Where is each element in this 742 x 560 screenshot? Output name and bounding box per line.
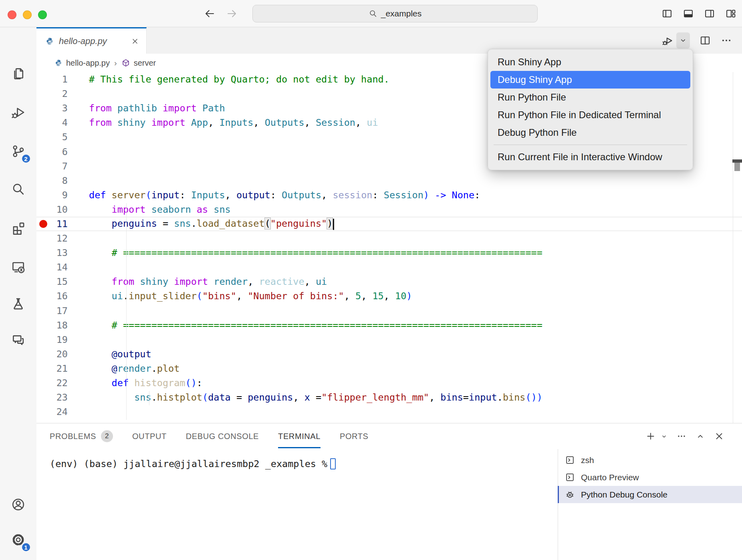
gutter[interactable]: 7	[36, 159, 89, 173]
badge: 1	[21, 542, 31, 552]
code-line[interactable]: 20 @output	[36, 347, 742, 361]
gutter[interactable]: 18	[36, 318, 89, 332]
minimize-window-button[interactable]	[23, 10, 32, 19]
gutter[interactable]: 21	[36, 361, 89, 376]
code-line[interactable]: 12	[36, 231, 742, 246]
activity-settings-gear-icon[interactable]: 1	[7, 528, 30, 551]
panel-tab-ports[interactable]: PORTS	[340, 423, 369, 449]
code-line[interactable]: 23 sns.histplot(data = penguins, x ="fli…	[36, 390, 742, 405]
layout-sidebar-right-icon[interactable]	[704, 8, 715, 19]
terminal-list-label: Quarto Preview	[581, 473, 639, 482]
panel-tab-terminal[interactable]: TERMINAL	[278, 423, 321, 449]
code-line[interactable]: 19	[36, 332, 742, 347]
forward-arrow-icon[interactable]	[226, 8, 238, 20]
activity-source-control-icon[interactable]: 2	[7, 140, 30, 162]
breadcrumb-symbol[interactable]: server	[134, 58, 156, 68]
gutter[interactable]: 15	[36, 274, 89, 289]
activity-search-icon[interactable]	[7, 178, 30, 200]
terminal-list-item-quarto-preview[interactable]: Quarto Preview	[558, 469, 742, 486]
gutter[interactable]: 22	[36, 376, 89, 390]
chevron-down-icon	[679, 36, 688, 45]
activity-bar: 21	[0, 27, 37, 560]
terminal-output[interactable]: (env) (base) jjallaire@jjallairesmbp2 _e…	[50, 458, 336, 469]
code-line[interactable]: 22 def histogram():	[36, 376, 742, 390]
layout-sidebar-left-icon[interactable]	[661, 8, 673, 19]
activity-remote-explorer-icon[interactable]	[7, 256, 30, 278]
command-center-search[interactable]: _examples	[252, 5, 538, 22]
code-line[interactable]: 11 penguins = sns.load_dataset("penguins…	[36, 217, 742, 231]
code-line[interactable]: 18 # ===================================…	[36, 318, 742, 332]
panel-tab-problems[interactable]: PROBLEMS2	[50, 423, 113, 449]
run-or-debug-icon[interactable]	[661, 34, 673, 46]
terminal-list-item-zsh[interactable]: zsh	[558, 451, 742, 469]
gutter[interactable]: 6	[36, 144, 89, 159]
panel-tab-output[interactable]: OUTPUT	[132, 423, 167, 449]
menu-item-debug-python-file[interactable]: Debug Python File	[490, 124, 690, 141]
split-editor-icon[interactable]	[699, 34, 711, 46]
chevron-right-icon: ›	[114, 58, 117, 68]
gutter[interactable]: 17	[36, 304, 89, 318]
zoom-window-button[interactable]	[38, 10, 47, 19]
terminal-icon	[565, 472, 575, 482]
code-line[interactable]: 13 # ===================================…	[36, 246, 742, 260]
gutter[interactable]: 11	[36, 217, 89, 231]
activity-testing-icon[interactable]	[7, 292, 30, 315]
activity-explorer-icon[interactable]	[7, 62, 30, 85]
run-dropdown-button[interactable]	[676, 32, 690, 48]
close-window-button[interactable]	[8, 10, 16, 19]
breakpoint-dot[interactable]	[39, 220, 47, 228]
gutter[interactable]: 19	[36, 332, 89, 347]
gutter[interactable]: 20	[36, 347, 89, 361]
code-line[interactable]: 21 @render.plot	[36, 361, 742, 376]
gutter[interactable]: 24	[36, 405, 89, 419]
layout-controls	[661, 0, 736, 27]
close-icon[interactable]	[131, 37, 139, 45]
menu-item-run-python-file-in-dedicated-terminal[interactable]: Run Python File in Dedicated Terminal	[490, 106, 690, 124]
menu-separator	[494, 145, 687, 145]
gutter[interactable]: 3	[36, 101, 89, 115]
back-arrow-icon[interactable]	[204, 8, 216, 20]
close-panel-icon[interactable]	[714, 431, 724, 441]
terminal-list-item-python-debug-console[interactable]: Python Debug Console	[558, 486, 742, 503]
gutter[interactable]: 8	[36, 173, 89, 188]
menu-item-debug-shiny-app[interactable]: Debug Shiny App	[490, 71, 690, 89]
code-line[interactable]: 16 ui.input_slider("bins", "Number of bi…	[36, 289, 742, 303]
code-line[interactable]: 17	[36, 304, 742, 318]
code-line[interactable]: 14	[36, 260, 742, 274]
gutter[interactable]: 10	[36, 202, 89, 217]
panel-tab-debug-console[interactable]: DEBUG CONSOLE	[186, 423, 259, 449]
menu-item-run-shiny-app[interactable]: Run Shiny App	[490, 53, 690, 71]
gutter[interactable]: 1	[36, 72, 89, 87]
breadcrumb-file[interactable]: hello-app.py	[66, 58, 110, 68]
launch-profile-chevron-icon[interactable]	[660, 433, 668, 440]
code-line[interactable]: 9def server(input: Inputs, output: Outpu…	[36, 188, 742, 202]
gutter[interactable]: 13	[36, 246, 89, 260]
maximize-panel-icon[interactable]	[695, 431, 706, 441]
code-line[interactable]: 10 import seaborn as sns	[36, 202, 742, 217]
gutter[interactable]: 16	[36, 289, 89, 303]
gutter[interactable]: 5	[36, 130, 89, 144]
menu-item-run-current-file-in-interactive-window[interactable]: Run Current File in Interactive Window	[490, 148, 690, 166]
code-line[interactable]: 15 from shiny import render, reactive, u…	[36, 274, 742, 289]
layout-panel-icon[interactable]	[683, 8, 694, 19]
gutter[interactable]: 2	[36, 87, 89, 101]
panel-tab-label: TERMINAL	[278, 432, 321, 441]
new-terminal-icon[interactable]	[645, 431, 656, 441]
gutter[interactable]: 23	[36, 390, 89, 405]
code-line[interactable]: 24	[36, 405, 742, 419]
gutter[interactable]: 4	[36, 115, 89, 130]
gutter[interactable]: 9	[36, 188, 89, 202]
code-line[interactable]: 8	[36, 173, 742, 188]
more-actions-icon[interactable]	[676, 431, 687, 441]
activity-account-icon[interactable]	[7, 493, 30, 516]
activity-run-debug-icon[interactable]	[7, 101, 30, 123]
layout-customize-icon[interactable]	[725, 8, 736, 19]
code-text: penguins = sns.load_dataset("penguins")	[89, 218, 334, 230]
tab-hello-app[interactable]: hello-app.py	[36, 27, 147, 54]
activity-comments-icon[interactable]	[7, 328, 30, 351]
gutter[interactable]: 14	[36, 260, 89, 274]
activity-extensions-icon[interactable]	[7, 217, 30, 239]
menu-item-run-python-file[interactable]: Run Python File	[490, 89, 690, 106]
more-actions-icon[interactable]	[720, 34, 732, 46]
gutter[interactable]: 12	[36, 231, 89, 246]
